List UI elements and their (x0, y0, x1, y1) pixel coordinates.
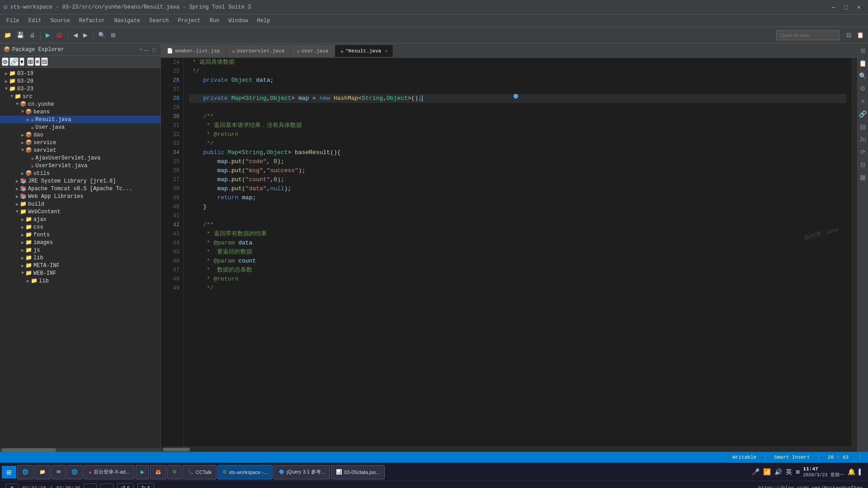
taskbar-cctalk[interactable]: 📞CCTalk (183, 465, 217, 479)
toolbar-open-perspective-btn[interactable]: 📋 (854, 30, 866, 40)
tree-item-css[interactable]: ▶ 📁 css (0, 223, 160, 231)
pause-button[interactable]: ⏸ (5, 483, 19, 488)
tree-item-beans[interactable]: ▼ 📦 beans (0, 108, 160, 116)
right-panel-btn-2[interactable]: 📋 (858, 58, 868, 69)
taskbar-ie[interactable]: 🌐 (17, 465, 33, 479)
grid-icon[interactable]: ⊞ (796, 468, 799, 476)
taskbar-mail[interactable]: ✉ (52, 465, 66, 479)
tree-item-ajax[interactable]: ▶ 📁 ajax (0, 216, 160, 223)
tree-item-src[interactable]: ▼ 📁 src (0, 93, 160, 100)
collapse-all-btn[interactable]: ⊖ (2, 57, 9, 66)
scrollbar-thumb[interactable] (2, 448, 56, 452)
tree-item-lib[interactable]: ▶ 📁 lib (0, 254, 160, 262)
sidebar-horizontal-scrollbar[interactable] (0, 448, 160, 452)
toolbar-back-btn[interactable]: ◀ (71, 30, 80, 40)
right-panel-btn-3[interactable]: 🔍 (858, 70, 868, 81)
tree-item-meta-inf[interactable]: ▶ 📁 META-INF (0, 262, 160, 269)
toolbar-forward-btn[interactable]: ▶ (81, 30, 90, 40)
sidebar-menu-btn[interactable]: ▾ (19, 57, 24, 66)
start-button[interactable]: ⊞ (2, 466, 16, 479)
code-editor[interactable]: 24 25 26 27 28 29 30 31 32 33 34 35 36 3… (161, 58, 857, 446)
tree-item-result-java[interactable]: ▶ ☕ Result.java (0, 116, 160, 123)
panel-maximize-btn[interactable]: □ (151, 47, 157, 53)
toolbar-debug-btn[interactable]: 🐞 (53, 30, 65, 40)
tree-item-fonts[interactable]: ▶ 📁 fonts (0, 231, 160, 239)
taskbar-chrome[interactable]: 🌐 (66, 465, 83, 479)
network-icon[interactable]: 📶 (763, 468, 771, 476)
show-desktop-icon[interactable]: ▌ (859, 469, 863, 476)
toolbar-new-btn[interactable]: 📁 (2, 30, 14, 40)
right-panel-btn-4[interactable]: ⚙ (859, 83, 867, 94)
taskbar-backend[interactable]: ●后台登录-X-ad... (84, 465, 135, 479)
menu-help[interactable]: Help (253, 16, 275, 26)
tree-item-0319[interactable]: ▶ 📁 03-19 (0, 70, 160, 77)
toolbar-search-btn[interactable]: 🔍 (96, 30, 108, 40)
tree-item-dao[interactable]: ▶ 📦 dao (0, 131, 160, 139)
taskbar-play[interactable]: ▶ (136, 465, 149, 479)
toolbar-print-btn[interactable]: 🖨 (27, 30, 38, 40)
tree-item-ajaxuserservlet[interactable]: ☕ AjaxUserServlet.java (0, 154, 160, 162)
menu-run[interactable]: Run (205, 16, 224, 26)
tree-item-web-inf[interactable]: ▼ 📁 WEB-INF (0, 269, 160, 277)
right-panel-btn-11[interactable]: ▦ (859, 172, 867, 183)
tree-item-build[interactable]: ▶ 📁 build (0, 200, 160, 208)
back5-button[interactable]: ↺ 5 (117, 483, 134, 488)
right-panel-btn-9[interactable]: ⟳ (859, 146, 867, 157)
minimize-button[interactable]: − (828, 3, 839, 12)
taskbar-sts[interactable]: ⚙sts-workspace -... (217, 465, 273, 479)
vertical-scrollbar[interactable] (852, 58, 857, 446)
menu-source[interactable]: Source (46, 16, 75, 26)
menu-edit[interactable]: Edit (24, 16, 46, 26)
tree-item-userservlet[interactable]: ☕ UserServlet.java (0, 162, 160, 169)
tree-item-utils[interactable]: ▶ 📦 utils (0, 169, 160, 177)
seek-forward-button[interactable]: → (100, 483, 113, 488)
taskbar-jquery[interactable]: 🔷jQuery 3.1 参考... (274, 465, 330, 479)
sidebar-view-btn1[interactable]: ⊞ (27, 57, 34, 66)
taskbar-firefox[interactable]: 🦊 (150, 465, 166, 479)
code-content[interactable]: * 返回具体数据 */ private Object data; private… (184, 58, 852, 446)
menu-navigate[interactable]: Navigate (109, 16, 145, 26)
maximize-button[interactable]: □ (840, 3, 851, 12)
tree-item-webcontent[interactable]: ▼ 📁 WebContent (0, 208, 160, 216)
notification-icon[interactable]: 🔔 (848, 468, 855, 476)
tree-item-tomcat[interactable]: ▶ 📚 Apache Tomcat v8.5 [Apache Tc... (0, 185, 160, 192)
seek-back-button[interactable]: ← (84, 483, 97, 488)
tree-item-user-java[interactable]: ☕ User.java (0, 123, 160, 131)
tree-item-0320[interactable]: ▶ 📁 03-20 (0, 77, 160, 85)
toolbar-layout-btn[interactable]: ⊡ (844, 30, 854, 40)
panel-minimize-btn[interactable]: — (142, 47, 150, 53)
tab-close-icon[interactable]: ✕ (385, 48, 387, 54)
tab-user[interactable]: ☕ User.java (291, 44, 334, 57)
forward5-button[interactable]: ↻ 5 (137, 483, 154, 488)
menu-window[interactable]: Window (224, 16, 252, 26)
menu-refactor[interactable]: Refactor (75, 16, 110, 26)
right-panel-btn-1[interactable]: ⊞ (859, 45, 867, 56)
right-panel-btn-10[interactable]: ⊟ (859, 159, 867, 170)
tree-item-service[interactable]: ▶ 📦 service (0, 139, 160, 146)
tab-member-list[interactable]: 📄 member-list.jsp (161, 44, 226, 57)
horizontal-scrollbar[interactable] (161, 446, 857, 452)
taskbar-folder[interactable]: 📁 (34, 465, 51, 479)
tree-item-js[interactable]: ▶ 📁 js (0, 246, 160, 254)
tab-result[interactable]: ☕ *Result.java ✕ (335, 44, 393, 57)
tree-item-jre[interactable]: ▶ 📚 JRE System Library [jre1.8] (0, 177, 160, 185)
menu-search[interactable]: Search (145, 16, 173, 26)
taskbar-data[interactable]: 📊03-05/data.jso... (331, 465, 385, 479)
sidebar-view-btn2[interactable]: ≡ (35, 57, 40, 66)
tab-userservlet[interactable]: ☕ UserServlet.java (226, 44, 290, 57)
toolbar-save-btn[interactable]: 💾 (14, 30, 26, 40)
quick-access-input[interactable] (776, 30, 840, 40)
sidebar-view-btn3[interactable]: ⊟ (41, 57, 48, 66)
tree-item-images[interactable]: ▶ 📁 images (0, 239, 160, 246)
tree-item-cn-yunhe[interactable]: ▼ 📦 cn.yunhe (0, 100, 160, 108)
speaker-icon[interactable]: 🔊 (774, 468, 782, 476)
hscroll-thumb[interactable] (163, 448, 190, 451)
tree-item-webapplibs[interactable]: ▶ 📚 Web App Libraries (0, 192, 160, 200)
taskbar-spring[interactable]: ⚙ (167, 465, 182, 479)
right-panel-btn-6[interactable]: 🔗 (858, 108, 868, 119)
menu-file[interactable]: File (2, 16, 24, 26)
toolbar-perspective-btn[interactable]: ⊞ (108, 30, 118, 40)
tree-item-web-lib[interactable]: ▶ 📁 lib (0, 277, 160, 285)
link-with-editor-btn[interactable]: 🔗 (9, 57, 19, 66)
mic-icon[interactable]: 🎤 (752, 468, 760, 476)
